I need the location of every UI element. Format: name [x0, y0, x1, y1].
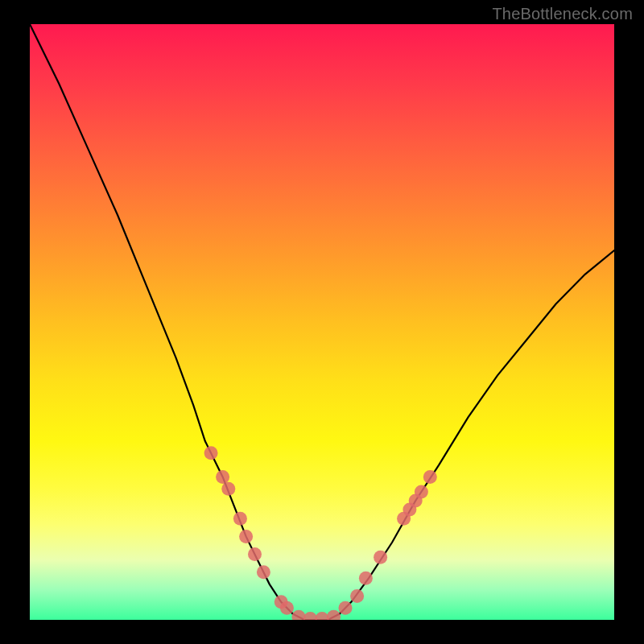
- data-point-marker: [303, 612, 317, 620]
- curve-svg: [30, 24, 614, 620]
- data-markers: [204, 446, 437, 620]
- data-point-marker: [216, 470, 229, 484]
- data-point-marker: [374, 551, 387, 564]
- data-point-marker: [339, 601, 353, 615]
- data-point-marker: [239, 530, 253, 543]
- data-point-marker: [292, 610, 306, 620]
- data-point-marker: [423, 470, 437, 484]
- data-point-marker: [415, 485, 428, 498]
- series-line: [30, 24, 614, 620]
- data-point-marker: [316, 612, 329, 620]
- data-point-marker: [359, 572, 373, 585]
- data-point-marker: [204, 446, 218, 460]
- data-point-marker: [233, 512, 247, 526]
- data-point-marker: [257, 565, 270, 579]
- data-point-marker: [280, 601, 294, 615]
- data-point-marker: [221, 482, 235, 496]
- data-point-marker: [327, 610, 341, 620]
- watermark-text: TheBottleneck.com: [492, 5, 633, 23]
- data-point-marker: [350, 589, 364, 603]
- plot-area: [30, 24, 614, 620]
- data-point-marker: [248, 547, 262, 561]
